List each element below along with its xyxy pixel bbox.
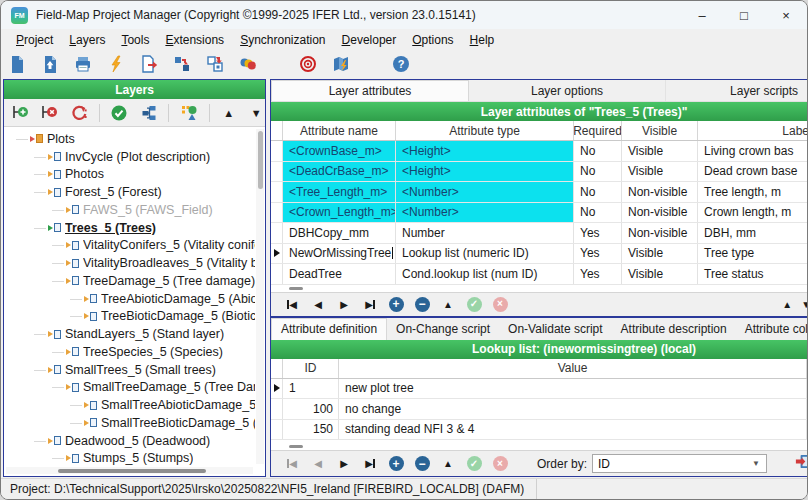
tree-item-plots[interactable]: Plots xyxy=(4,130,255,148)
layer-icon xyxy=(66,276,79,285)
move-layer-up-icon[interactable]: ▲ xyxy=(220,107,238,119)
tree-item-smalltrees[interactable]: SmallTrees_5 (Small trees) xyxy=(4,361,255,379)
attribute-row-current[interactable]: NewOrMissingTreeLookup list (numeric ID)… xyxy=(271,244,808,265)
tree-item-invcycle[interactable]: InvCycle (Plot description) xyxy=(4,148,255,166)
target-icon[interactable] xyxy=(298,54,318,74)
tab-on-change-script[interactable]: On-Change script xyxy=(387,318,499,340)
insert-record-icon[interactable]: + xyxy=(383,297,409,312)
tab-attribute-color[interactable]: Attribute color xyxy=(736,318,808,340)
layer-icon xyxy=(66,383,79,392)
import-lookup-icon[interactable] xyxy=(794,453,808,474)
menu-extensions[interactable]: Extensions xyxy=(158,31,231,49)
map-tools-icon[interactable] xyxy=(331,54,351,74)
tree-item-deadwood[interactable]: Deadwood_5 (Deadwood) xyxy=(4,432,255,450)
order-by-select[interactable]: ID ▼ xyxy=(592,454,767,473)
open-project-icon[interactable] xyxy=(40,54,60,74)
minimize-button[interactable]: – xyxy=(681,1,723,29)
tree-item-treeabioticdamage[interactable]: TreeAbioticDamage_5 (Abiotic xyxy=(4,290,255,308)
tab-attribute-description[interactable]: Attribute description xyxy=(612,318,736,340)
move-attribute-down-icon[interactable]: ▼ xyxy=(801,299,808,310)
new-project-icon[interactable] xyxy=(7,54,27,74)
move-attribute-up-icon[interactable]: ▲ xyxy=(782,299,792,310)
export-project-icon[interactable] xyxy=(139,54,159,74)
cancel-edit-icon[interactable]: × xyxy=(487,297,513,312)
tree-item-stumps[interactable]: Stumps_5 (Stumps) xyxy=(4,450,255,468)
prev-record-icon[interactable]: ◀ xyxy=(305,299,331,310)
tree-item-vitalitybroadleaves[interactable]: VitalityBroadleaves_5 (Vitality bro xyxy=(4,254,255,272)
current-row-marker xyxy=(274,249,280,257)
tree-vertical-scrollbar[interactable] xyxy=(256,129,264,464)
next-record-icon[interactable]: ▶ xyxy=(331,458,357,469)
tree-item-standlayers[interactable]: StandLayers_5 (Stand layer) xyxy=(4,325,255,343)
delete-layer-icon[interactable] xyxy=(40,103,60,123)
menu-synchronization[interactable]: Synchronization xyxy=(233,31,332,49)
last-record-icon[interactable]: ▶ xyxy=(357,458,383,469)
tab-layer-scripts[interactable]: Layer scripts xyxy=(666,80,808,101)
menu-developer[interactable]: Developer xyxy=(335,31,404,49)
attribute-row[interactable]: <Crown_Length_m><Number>NoNon-visibleCro… xyxy=(271,203,808,224)
layer-icon xyxy=(48,365,61,374)
tree-item-treedamage[interactable]: TreeDamage_5 (Tree damage) xyxy=(4,272,255,290)
tree-item-smalltreeabioticdamage[interactable]: SmallTreeAbioticDamage_5 (A xyxy=(4,396,255,414)
attribute-row[interactable]: <Tree_Length_m><Number>NoNon-visibleTree… xyxy=(271,182,808,203)
lookup-horizontal-scrollbar[interactable] xyxy=(289,445,303,448)
menu-project[interactable]: Project xyxy=(9,31,60,49)
edit-record-icon[interactable]: ▲ xyxy=(435,458,461,469)
delete-record-icon[interactable]: − xyxy=(409,297,435,312)
tree-item-treebioticdamage[interactable]: TreeBioticDamage_5 (Biotic da xyxy=(4,308,255,326)
menu-layers[interactable]: Layers xyxy=(62,31,112,49)
lookup-row[interactable]: 150 standing dead NFI 3 & 4 Yes xyxy=(271,420,808,441)
attribute-row[interactable]: <CrownBase_m><Height>NoVisibleLiving cro… xyxy=(271,141,808,162)
edit-record-icon[interactable]: ▲ xyxy=(435,299,461,310)
tab-attribute-definition[interactable]: Attribute definition xyxy=(271,318,387,340)
post-edit-icon[interactable]: ✓ xyxy=(461,456,487,471)
tab-layer-options[interactable]: Layer options xyxy=(469,80,666,101)
lookup-row[interactable]: 100 no change Yes 1 xyxy=(271,399,808,420)
run-icon[interactable] xyxy=(106,54,126,74)
help-icon[interactable]: ? xyxy=(391,54,411,74)
print-icon[interactable] xyxy=(73,54,93,74)
colors-icon[interactable] xyxy=(238,54,258,74)
tab-on-validate-script[interactable]: On-Validate script xyxy=(499,318,611,340)
maximize-button[interactable]: □ xyxy=(723,1,765,29)
attribute-row[interactable]: DBHCopy_mmNumberYesNon-visibleDBH, mm xyxy=(271,223,808,244)
copy-structure-icon[interactable] xyxy=(205,54,225,74)
menu-tools[interactable]: Tools xyxy=(114,31,156,49)
attribute-row[interactable]: <DeadCrBase_m><Height>NoVisibleDead crow… xyxy=(271,162,808,183)
insert-record-icon[interactable]: + xyxy=(383,456,409,471)
tab-layer-attributes[interactable]: Layer attributes xyxy=(271,80,469,101)
move-layer-down-icon[interactable]: ▼ xyxy=(247,107,265,119)
layer-icon xyxy=(48,152,61,161)
tree-horizontal-scrollbar[interactable] xyxy=(6,467,253,474)
last-record-icon[interactable]: ▶ xyxy=(357,299,383,310)
tree-item-smalltreedamage[interactable]: SmallTreeDamage_5 (Tree Damage xyxy=(4,379,255,397)
close-button[interactable]: × xyxy=(765,1,807,29)
lookup-row-current[interactable]: 1 new plot tree Yes 9 xyxy=(271,379,808,400)
first-record-icon[interactable]: ◀ xyxy=(279,299,305,310)
tree-item-forest[interactable]: Forest_5 (Forest) xyxy=(4,183,255,201)
cancel-edit-icon[interactable]: × xyxy=(487,456,513,471)
next-record-icon[interactable]: ▶ xyxy=(331,299,357,310)
tree-item-smalltreebioticdamage[interactable]: SmallTreeBioticDamage_5 (Bio xyxy=(4,414,255,432)
menu-options[interactable]: Options xyxy=(405,31,460,49)
synchronize-structure-icon[interactable] xyxy=(172,54,192,74)
tree-item-trees-selected[interactable]: Trees_5 (Trees) xyxy=(4,219,255,237)
menu-help[interactable]: Help xyxy=(463,31,502,49)
layer-structure-icon[interactable] xyxy=(139,103,159,123)
reload-layers-icon[interactable] xyxy=(69,103,89,123)
tree-item-photos[interactable]: Photos xyxy=(4,166,255,184)
current-row-marker xyxy=(274,384,280,392)
layer-symbols-icon[interactable] xyxy=(179,103,199,123)
post-edit-icon[interactable]: ✓ xyxy=(461,297,487,312)
app-window: FM Field-Map Project Manager (Copyright … xyxy=(0,0,808,500)
first-record-icon[interactable]: ◀ xyxy=(279,458,305,469)
attributes-horizontal-scrollbar[interactable] xyxy=(289,287,303,290)
validate-layers-icon[interactable] xyxy=(109,103,129,123)
attribute-row[interactable]: DeadTreeCond.lookup list (num ID)YesVisi… xyxy=(271,264,808,285)
tree-item-vitalityconifers[interactable]: VitalityConifers_5 (Vitality conifers xyxy=(4,237,255,255)
tree-item-faws[interactable]: FAWS_5 (FAWS_Field) xyxy=(4,201,255,219)
prev-record-icon[interactable]: ◀ xyxy=(305,458,331,469)
tree-item-treespecies[interactable]: TreeSpecies_5 (Species) xyxy=(4,343,255,361)
delete-record-icon[interactable]: − xyxy=(409,456,435,471)
add-layer-icon[interactable] xyxy=(10,103,30,123)
